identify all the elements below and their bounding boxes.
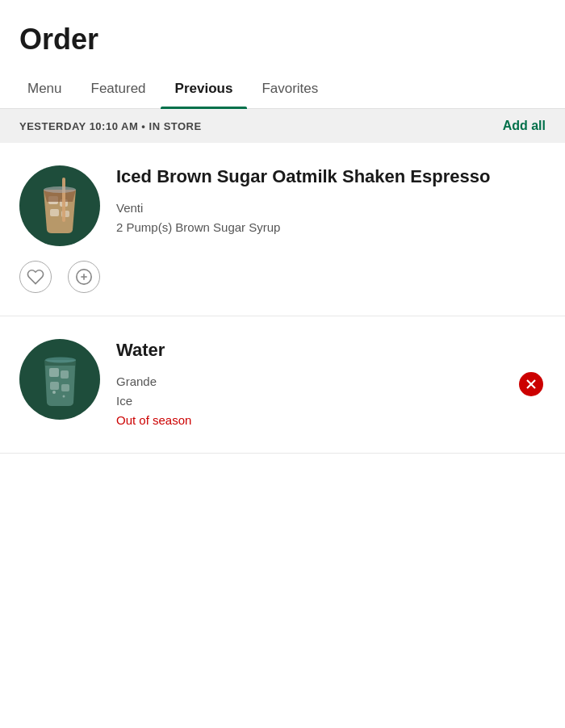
date-banner: YESTERDAY 10:10 AM • IN STORE Add all <box>0 109 565 143</box>
page-title: Order <box>19 23 546 56</box>
item-name-espresso: Iced Brown Sugar Oatmilk Shaken Espresso <box>116 165 546 189</box>
add-button-espresso[interactable] <box>68 261 100 293</box>
item-image-water <box>19 339 100 420</box>
item-out-of-season-water: Out of season <box>116 411 517 430</box>
item-actions-espresso <box>19 261 546 293</box>
svg-point-5 <box>44 186 76 193</box>
item-detail-pump: 2 Pump(s) Brown Sugar Syrup <box>116 218 546 237</box>
svg-point-14 <box>52 391 56 394</box>
remove-button-water[interactable] <box>517 370 546 399</box>
item-card-water: Water Grande Ice Out of season <box>0 316 565 454</box>
tab-featured[interactable]: Featured <box>77 69 161 108</box>
item-main-row: Iced Brown Sugar Oatmilk Shaken Espresso… <box>19 165 546 246</box>
item-details-espresso: Venti 2 Pump(s) Brown Sugar Syrup <box>116 199 546 237</box>
svg-rect-12 <box>61 384 69 391</box>
tab-menu[interactable]: Menu <box>13 69 77 108</box>
tab-favorites[interactable]: Favorites <box>247 69 333 108</box>
item-detail-ice-water: Ice <box>116 391 517 411</box>
svg-rect-4 <box>62 178 65 222</box>
nav-tabs: Menu Featured Previous Favorites <box>0 69 565 109</box>
item-name-water: Water <box>116 339 517 362</box>
add-all-button[interactable]: Add all <box>503 119 546 133</box>
item-detail-size: Venti <box>116 199 546 218</box>
svg-point-13 <box>45 358 76 363</box>
item-detail-size-water: Grande <box>116 372 517 391</box>
item-info-espresso: Iced Brown Sugar Oatmilk Shaken Espresso… <box>116 165 546 237</box>
svg-rect-2 <box>50 209 59 216</box>
svg-rect-9 <box>49 368 59 377</box>
item-card-espresso: Iced Brown Sugar Oatmilk Shaken Espresso… <box>0 143 565 316</box>
svg-point-15 <box>62 395 65 398</box>
page-header: Order <box>0 0 565 69</box>
svg-rect-11 <box>50 382 59 390</box>
item-card-water-row: Water Grande Ice Out of season <box>19 339 546 430</box>
item-image-espresso <box>19 165 100 246</box>
svg-rect-10 <box>61 370 69 379</box>
item-main-row-water: Water Grande Ice Out of season <box>19 339 517 430</box>
item-details-water: Grande Ice Out of season <box>116 372 517 430</box>
favorite-button-espresso[interactable] <box>19 261 52 293</box>
tab-previous[interactable]: Previous <box>161 69 248 108</box>
date-text: YESTERDAY 10:10 AM • IN STORE <box>19 120 202 132</box>
item-info-water: Water Grande Ice Out of season <box>116 339 517 430</box>
